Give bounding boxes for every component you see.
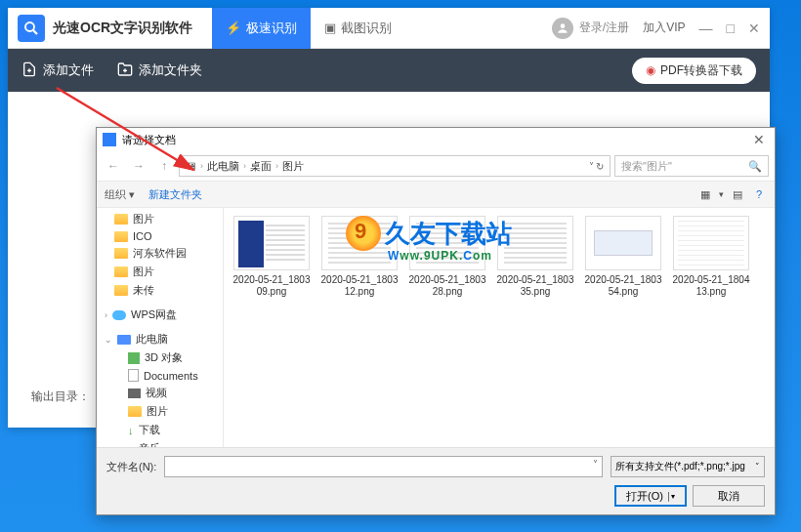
file-name: 2020-05-21_180309.png: [232, 274, 312, 298]
new-folder-button[interactable]: 新建文件夹: [148, 187, 202, 202]
organize-menu[interactable]: 组织▾: [105, 187, 135, 202]
sidebar-item-this-pc[interactable]: ⌄此电脑: [97, 330, 223, 348]
breadcrumb-item[interactable]: 桌面: [250, 159, 272, 174]
file-open-dialog: 请选择文档 ✕ ← → ↑ 🖥 › 此电脑 › 桌面 › 图片 ˅↻ 搜索"图片…: [96, 127, 776, 515]
sidebar-item-3d[interactable]: 3D 对象: [97, 348, 223, 367]
refresh-icon[interactable]: ↻: [596, 161, 604, 172]
vip-link[interactable]: 加入VIP: [643, 20, 685, 36]
dialog-toolbar: 组织▾ 新建文件夹 ▦▾ ▤ ?: [97, 181, 775, 208]
file-name: 2020-05-21_180354.png: [583, 274, 663, 298]
lightning-icon: ⚡: [226, 20, 241, 35]
file-thumbnail: [497, 216, 573, 270]
sidebar-item-pictures2[interactable]: 图片: [97, 263, 223, 281]
sidebar-item-hedong[interactable]: 河东软件园: [97, 244, 223, 263]
sidebar-item-weichuan[interactable]: 未传: [97, 281, 223, 300]
screenshot-icon: ▣: [324, 20, 336, 35]
tab-screenshot-recognition[interactable]: ▣ 截图识别: [311, 8, 405, 49]
search-placeholder: 搜索"图片": [621, 159, 672, 174]
file-name: 2020-05-21_180335.png: [495, 274, 575, 298]
split-chevron-icon[interactable]: │▾: [666, 492, 675, 501]
close-icon[interactable]: ✕: [748, 20, 760, 36]
help-icon[interactable]: ?: [751, 186, 767, 202]
folder-icon: [114, 285, 128, 296]
view-thumbnails-icon[interactable]: ▦: [697, 186, 713, 202]
dialog-title: 请选择文档: [122, 133, 176, 147]
sidebar-item-pictures[interactable]: 图片: [97, 210, 223, 228]
output-label: 输出目录：: [31, 389, 90, 405]
app-title: 光速OCR文字识别软件: [53, 20, 192, 37]
open-button[interactable]: 打开(O)│▾: [614, 485, 687, 507]
file-thumbnail: [233, 216, 310, 270]
picture-icon: [128, 406, 142, 417]
user-login-area[interactable]: 登录/注册: [552, 18, 629, 39]
file-name: 2020-05-21_180312.png: [319, 274, 400, 298]
file-thumbnail: [673, 216, 749, 270]
collapse-icon[interactable]: ⌄: [105, 335, 112, 345]
document-icon: [128, 369, 139, 382]
search-icon: 🔍: [748, 160, 762, 173]
add-folder-icon: [117, 61, 133, 80]
window-controls: — □ ✕: [699, 20, 760, 36]
search-input[interactable]: 搜索"图片" 🔍: [614, 155, 769, 177]
folder-icon: [114, 231, 128, 242]
nav-forward-icon[interactable]: →: [128, 155, 149, 177]
main-toolbar: 添加文件 添加文件夹 ◉ PDF转换器下载: [8, 49, 770, 92]
add-folder-label: 添加文件夹: [139, 61, 202, 79]
file-name: 2020-05-21_180328.png: [407, 274, 487, 298]
file-name: 2020-05-21_180413.png: [671, 274, 751, 298]
file-item[interactable]: 2020-05-21_180335.png: [495, 216, 575, 298]
breadcrumb-item[interactable]: 此电脑: [207, 159, 239, 174]
sidebar-item-pictures3[interactable]: 图片: [97, 402, 223, 421]
tab-label: 截图识别: [341, 20, 392, 37]
filename-input[interactable]: ˅: [164, 456, 603, 477]
app-logo-icon: [18, 15, 45, 42]
sidebar-item-downloads[interactable]: ↓下载: [97, 421, 223, 439]
sidebar-item-music[interactable]: ♪音乐: [97, 439, 223, 447]
pdf-converter-button[interactable]: ◉ PDF转换器下载: [632, 58, 756, 84]
dialog-close-icon[interactable]: ✕: [749, 132, 769, 147]
app-titlebar: 光速OCR文字识别软件 ⚡ 极速识别 ▣ 截图识别 登录/注册 加入VIP — …: [8, 8, 770, 49]
add-folder-button[interactable]: 添加文件夹: [117, 61, 202, 80]
breadcrumb[interactable]: 🖥 › 此电脑 › 桌面 › 图片 ˅↻: [179, 155, 611, 177]
sidebar-item-wps[interactable]: ›WPS网盘: [97, 306, 223, 324]
maximize-icon[interactable]: □: [727, 20, 735, 36]
file-thumbnail: [585, 216, 661, 270]
minimize-icon[interactable]: —: [699, 20, 713, 36]
pc-icon: 🖥: [186, 160, 196, 172]
login-label: 登录/注册: [579, 20, 629, 36]
cancel-button[interactable]: 取消: [693, 485, 765, 507]
sidebar-item-videos[interactable]: 视频: [97, 384, 223, 402]
dialog-nav-bar: ← → ↑ 🖥 › 此电脑 › 桌面 › 图片 ˅↻ 搜索"图片" 🔍: [97, 151, 775, 181]
breadcrumb-item[interactable]: 图片: [282, 159, 304, 174]
chevron-down-icon[interactable]: ˅: [589, 161, 594, 172]
svg-line-1: [33, 29, 38, 34]
nav-up-icon[interactable]: ↑: [153, 155, 175, 177]
chevron-right-icon: ›: [275, 161, 278, 171]
filename-label: 文件名(N):: [106, 460, 156, 474]
pc-icon: [117, 335, 131, 345]
video-icon: [128, 389, 141, 398]
add-file-button[interactable]: 添加文件: [21, 61, 94, 80]
add-file-icon: [21, 61, 37, 80]
view-details-icon[interactable]: ▤: [730, 186, 745, 202]
dialog-sidebar: 图片 ICO 河东软件园 图片 未传 ›WPS网盘 ⌄此电脑 3D 对象 Doc…: [97, 208, 224, 447]
chevron-down-icon[interactable]: ˅: [589, 457, 602, 471]
chevron-right-icon: ›: [200, 161, 203, 171]
expand-icon[interactable]: ›: [105, 310, 107, 320]
add-file-label: 添加文件: [43, 61, 94, 79]
file-list-area[interactable]: 2020-05-21_180309.png 2020-05-21_180312.…: [224, 208, 775, 447]
sidebar-item-documents[interactable]: Documents: [97, 367, 223, 384]
nav-back-icon[interactable]: ←: [103, 155, 124, 177]
filetype-select[interactable]: 所有支持文件(*.pdf;*.png;*.jpg˅: [611, 456, 765, 477]
sidebar-item-ico[interactable]: ICO: [97, 228, 223, 244]
tab-fast-recognition[interactable]: ⚡ 极速识别: [212, 8, 311, 49]
user-icon: [552, 18, 573, 39]
file-thumbnail: [321, 216, 398, 270]
folder-icon: [114, 248, 128, 259]
dialog-titlebar: 请选择文档 ✕: [97, 128, 775, 151]
file-item[interactable]: 2020-05-21_180309.png: [232, 216, 312, 298]
file-item[interactable]: 2020-05-21_180354.png: [583, 216, 663, 298]
pdf-icon: ◉: [646, 63, 655, 77]
chevron-down-icon[interactable]: ▾: [719, 189, 724, 199]
file-item[interactable]: 2020-05-21_180413.png: [671, 216, 751, 298]
